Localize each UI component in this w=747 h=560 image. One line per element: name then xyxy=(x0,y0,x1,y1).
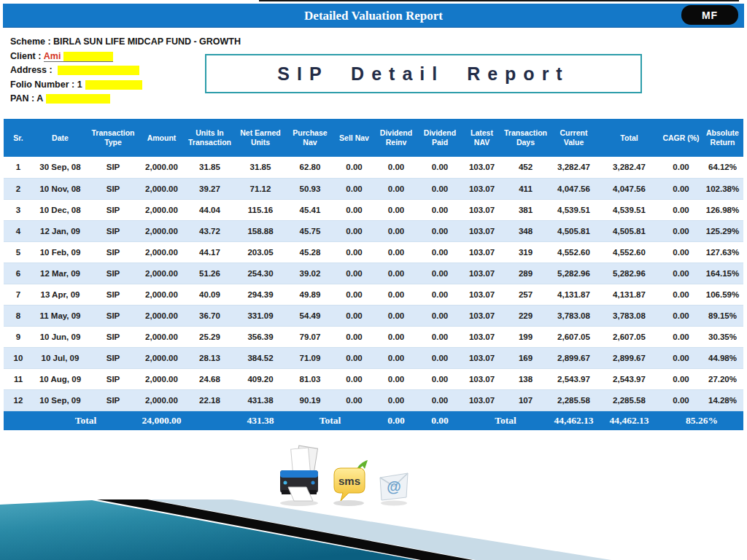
table-cell: 199 xyxy=(502,326,549,347)
column-header: Sell Nav xyxy=(334,119,374,157)
table-cell: 10 Dec, 08 xyxy=(33,199,88,220)
table-cell: 2,000.00 xyxy=(139,199,185,220)
table-cell: 10 Feb, 09 xyxy=(33,241,88,262)
table-cell: 0.00 xyxy=(418,284,462,305)
table-cell: 14.28% xyxy=(702,389,743,411)
table-cell: 0.00 xyxy=(334,326,374,347)
column-header: Transaction Type xyxy=(88,119,139,157)
column-header: Net Earned Units xyxy=(235,119,286,157)
table-cell: SIP xyxy=(88,389,139,411)
total-absolute-return: 85.26% xyxy=(660,411,743,430)
table-cell: 289 xyxy=(502,262,549,284)
table-cell: 102.38% xyxy=(702,178,743,199)
table-cell: 0.00 xyxy=(418,199,462,220)
top-edge-line xyxy=(259,0,739,1)
table-cell: 30 Sep, 08 xyxy=(33,157,88,178)
column-header: Units In Transaction xyxy=(185,119,235,157)
table-cell: 49.89 xyxy=(286,284,334,305)
table-cell: 4,047.56 xyxy=(598,178,660,199)
table-cell: 2 xyxy=(4,178,33,199)
folio-redaction xyxy=(85,80,142,90)
table-cell: 0.00 xyxy=(334,199,374,220)
table-cell: 257 xyxy=(502,284,549,305)
table-cell: 0.00 xyxy=(660,262,702,284)
table-cell: 0.00 xyxy=(374,368,418,389)
table-cell: 169 xyxy=(502,347,549,368)
table-cell: 0.00 xyxy=(334,241,374,262)
table-cell: 0.00 xyxy=(334,157,374,178)
table-cell: 103.07 xyxy=(462,262,502,284)
column-header: Absolute Return xyxy=(702,119,743,157)
table-cell: 138 xyxy=(502,368,549,389)
table-cell: 0.00 xyxy=(418,157,462,178)
pan-redaction xyxy=(46,94,110,104)
table-row: 1110 Aug, 09SIP2,000.0024.68409.2081.030… xyxy=(4,368,743,389)
column-header: Transaction Days xyxy=(502,119,549,157)
table-cell: 0.00 xyxy=(334,178,374,199)
table-cell: 10 xyxy=(4,347,33,368)
table-cell: 106.59% xyxy=(702,284,743,305)
table-cell: 2,000.00 xyxy=(139,284,185,305)
table-cell: 2,000.00 xyxy=(139,178,185,199)
table-row: 510 Feb, 09SIP2,000.0044.17203.0545.280.… xyxy=(4,241,743,262)
sip-detail-table: Sr.DateTransaction TypeAmountUnits In Tr… xyxy=(4,119,743,430)
table-cell: 254.30 xyxy=(235,262,286,284)
table-cell: 0.00 xyxy=(660,220,702,241)
table-cell: 0.00 xyxy=(374,199,418,220)
table-cell: 4,505.81 xyxy=(549,220,598,241)
table-cell: 0.00 xyxy=(374,389,418,411)
table-cell: 2,543.97 xyxy=(549,368,598,389)
total-label-2: Total xyxy=(286,411,374,430)
table-cell: 0.00 xyxy=(334,368,374,389)
table-cell: 0.00 xyxy=(660,241,702,262)
table-cell: 0.00 xyxy=(660,284,702,305)
table-cell: 79.07 xyxy=(286,326,334,347)
table-cell: 40.09 xyxy=(185,284,235,305)
table-cell: 203.05 xyxy=(235,241,286,262)
table-cell: 12 Mar, 09 xyxy=(33,262,88,284)
table-cell: 4,131.87 xyxy=(598,284,660,305)
table-cell: 51.26 xyxy=(185,262,235,284)
column-header: Dividend Paid xyxy=(418,119,462,157)
table-cell: 0.00 xyxy=(660,368,702,389)
client-value-link[interactable]: Ami xyxy=(44,51,61,61)
table-cell: 431.38 xyxy=(235,389,286,411)
total-dividend-paid: 0.00 xyxy=(418,411,462,430)
column-header: Sr. xyxy=(4,119,33,157)
table-cell: 12 Jan, 09 xyxy=(33,220,88,241)
table-cell: 2,607.05 xyxy=(549,326,598,347)
header-bar: Detailed Valuation Report MF xyxy=(3,4,744,28)
total-cell-empty xyxy=(4,411,33,430)
table-cell: 0.00 xyxy=(418,368,462,389)
table-cell: 0.00 xyxy=(418,262,462,284)
table-cell: 90.19 xyxy=(286,389,334,411)
table-cell: 44.04 xyxy=(185,199,235,220)
table-cell: 4,047.56 xyxy=(549,178,598,199)
table-cell: 0.00 xyxy=(334,347,374,368)
table-header-row: Sr.DateTransaction TypeAmountUnits In Tr… xyxy=(4,119,743,157)
table-cell: 12 xyxy=(4,389,33,411)
table-cell: 22.18 xyxy=(185,389,235,411)
folio-value: 1 xyxy=(77,79,82,90)
table-cell: 13 Apr, 09 xyxy=(33,284,88,305)
table-cell: 4 xyxy=(4,220,33,241)
table-cell: 0.00 xyxy=(418,326,462,347)
table-row: 1010 Jul, 09SIP2,000.0028.13384.5271.090… xyxy=(4,347,743,368)
table-cell: 2,000.00 xyxy=(139,326,185,347)
table-cell: 28.13 xyxy=(185,347,235,368)
table-cell: 3,282.47 xyxy=(549,157,598,178)
table-cell: 0.00 xyxy=(418,178,462,199)
table-cell: 0.00 xyxy=(418,347,462,368)
column-header: Purchase Nav xyxy=(286,119,334,157)
column-header: Amount xyxy=(139,119,185,157)
table-cell: 2,000.00 xyxy=(139,347,185,368)
scheme-value: BIRLA SUN LIFE MIDCAP FUND - GROWTH xyxy=(53,36,241,47)
table-cell: 348 xyxy=(502,220,549,241)
table-cell: 9 xyxy=(4,326,33,347)
table-cell: 7 xyxy=(4,284,33,305)
table-cell: 115.16 xyxy=(235,199,286,220)
table-cell: 0.00 xyxy=(374,326,418,347)
table-cell: 0.00 xyxy=(660,347,702,368)
table-cell: 0.00 xyxy=(374,241,418,262)
report-title-box: SIP Detail Report xyxy=(205,54,642,93)
